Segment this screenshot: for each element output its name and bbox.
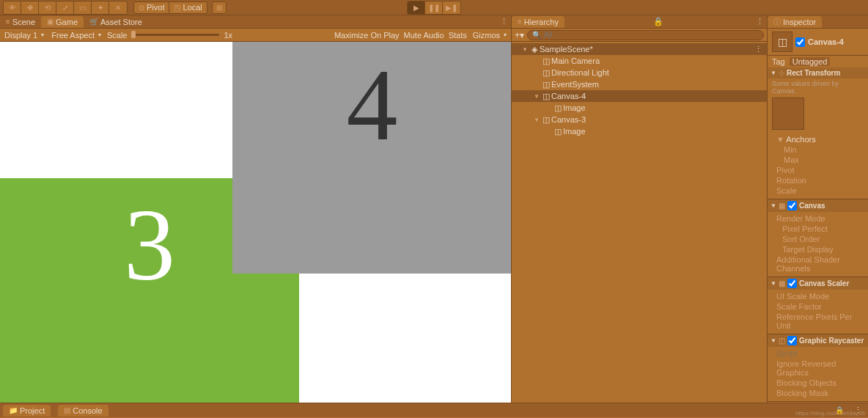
tree-row[interactable]: ◫Image — [512, 102, 767, 114]
transform-tools: 👁 ✥ ⟲ ⤢ ▭ ✦ ✕ — [3, 1, 128, 15]
enable-checkbox[interactable] — [787, 279, 797, 288]
rotate-tool[interactable]: ⟲ — [39, 1, 56, 14]
custom-tool[interactable]: ✕ — [109, 1, 127, 14]
gameobject-icon: ◫ — [541, 68, 551, 78]
pivot-group: ⊙Pivot ◳Local — [133, 1, 207, 14]
stats-toggle[interactable]: Stats — [449, 31, 467, 40]
tree-row[interactable]: ◫Main Camera — [512, 55, 767, 67]
move-tool[interactable]: ✥ — [21, 1, 39, 14]
mute-toggle[interactable]: Mute Audio — [404, 31, 444, 40]
bottom-panel: 📁Project ▤Console 🔒 ⋮ — [0, 403, 868, 417]
eye-icon: 👁 — [9, 4, 16, 12]
tab-asset-store[interactable]: 🛒Asset Store — [84, 16, 148, 28]
hierarchy-tree: ▼ ◈ SampleScene* ⋮ ◫Main Camera ◫Directi… — [512, 42, 767, 403]
game-panel-tabs: ≡Scene ▣Game 🛒Asset Store ⋮ — [0, 15, 511, 29]
rect-transform-component: ▼⊹Rect Transform Some values driven by C… — [768, 67, 868, 199]
canvas-component: ▼▦Canvas Render Mode Pixel Perfect Sort … — [768, 199, 868, 277]
hierarchy-toolbar: +▾ 🔍 — [512, 29, 767, 42]
pivot-icon: ⊙ — [139, 4, 144, 12]
play-controls: ▶ ❚❚ ▶❚ — [407, 1, 461, 15]
expand-arrow[interactable]: ▼ — [534, 117, 541, 123]
move-icon: ✥ — [27, 4, 33, 12]
gameobject-icon: ◫ — [541, 80, 551, 89]
scale-slider[interactable] — [131, 34, 219, 36]
rect-tool[interactable]: ▭ — [74, 1, 92, 14]
tab-scene[interactable]: ≡Scene — [0, 16, 41, 28]
game-panel: ≡Scene ▣Game 🛒Asset Store ⋮ Display 1 Fr… — [0, 15, 512, 403]
create-button[interactable]: +▾ — [515, 30, 524, 40]
hand-tool[interactable]: 👁 — [4, 1, 21, 14]
local-toggle[interactable]: ◳Local — [169, 1, 207, 14]
hierarchy-search[interactable]: 🔍 — [527, 30, 764, 40]
pivot-toggle[interactable]: ⊙Pivot — [133, 1, 169, 14]
expand-arrow[interactable]: ▼ — [522, 46, 529, 53]
tree-row[interactable]: ◫EventSystem — [512, 78, 767, 90]
enable-checkbox[interactable] — [787, 201, 797, 210]
maximize-toggle[interactable]: Maximize On Play — [334, 31, 400, 40]
tag-dropdown[interactable]: Untagged — [790, 57, 831, 66]
gameobject-icon: ◫ — [541, 56, 551, 66]
folder-icon: 📁 — [9, 406, 18, 414]
inspector-panel: ⓘInspector ◫ Canvas-4 Tag Untagged ▼⊹Rec… — [768, 15, 868, 403]
tree-row[interactable]: ◫Directional Light — [512, 67, 767, 78]
scale-icon: ⤢ — [62, 4, 68, 12]
step-button[interactable]: ▶❚ — [443, 1, 460, 14]
transform-tool[interactable]: ✦ — [92, 1, 109, 14]
watermark: https://blog.csdn.net/ljay06 — [795, 410, 865, 417]
tree-row-canvas4[interactable]: ▼◫Canvas-4 — [512, 90, 767, 102]
rect-icon: ▭ — [79, 4, 86, 12]
tab-console[interactable]: ▤Console — [58, 405, 108, 417]
gizmos-dropdown[interactable]: Gizmos — [471, 31, 508, 40]
pause-icon: ❚❚ — [428, 4, 440, 12]
enable-checkbox[interactable] — [787, 336, 797, 345]
component-header[interactable]: ▼▦Canvas Scaler — [768, 277, 868, 290]
step-icon: ▶❚ — [446, 4, 457, 12]
gameobject-icon: ◫ — [541, 92, 551, 101]
scale-tool[interactable]: ⤢ — [56, 1, 74, 14]
aspect-dropdown[interactable]: Free Aspect — [50, 31, 103, 40]
main-toolbar: 👁 ✥ ⟲ ⤢ ▭ ✦ ✕ ⊙Pivot ◳Local ⊞ ▶ ❚❚ ▶❚ — [0, 0, 868, 15]
graphic-raycaster-component: ▼◫Graphic Raycaster Script Ignore Revers… — [768, 334, 868, 402]
panel-menu[interactable]: ⋮ — [753, 17, 767, 26]
inspector-icon: ⓘ — [773, 17, 781, 27]
slider-thumb[interactable] — [131, 31, 136, 38]
local-icon: ◳ — [174, 4, 180, 12]
tab-hierarchy[interactable]: ≡Hierarchy — [512, 16, 564, 28]
scene-icon: ≡ — [6, 18, 10, 26]
object-icon: ◫ — [772, 32, 792, 52]
gameobject-icon: ◫ — [541, 115, 551, 125]
raycaster-icon: ◫ — [779, 337, 785, 345]
scale-label: Scale — [107, 31, 128, 40]
hierarchy-icon: ≡ — [518, 18, 522, 26]
tab-inspector[interactable]: ⓘInspector — [768, 16, 822, 28]
search-input[interactable] — [544, 31, 759, 39]
console-icon: ▤ — [64, 406, 70, 414]
tab-project[interactable]: 📁Project — [3, 405, 51, 417]
grid-icon: ⊞ — [216, 4, 222, 12]
panel-lock[interactable]: 🔒 — [650, 17, 666, 26]
tree-row[interactable]: ◫Image — [512, 125, 767, 137]
tab-game[interactable]: ▣Game — [41, 16, 84, 28]
play-button[interactable]: ▶ — [408, 1, 425, 14]
display-dropdown[interactable]: Display 1 — [3, 31, 45, 40]
hierarchy-panel: ≡Hierarchy 🔒 ⋮ +▾ 🔍 ▼ ◈ SampleScene* ⋮ ◫… — [512, 15, 768, 403]
gameobject-icon: ◫ — [553, 127, 563, 136]
component-header[interactable]: ▼▦Canvas — [768, 199, 868, 212]
active-checkbox[interactable] — [795, 37, 805, 47]
tools-icon: ✕ — [115, 4, 121, 12]
anchor-preset[interactable] — [772, 98, 804, 130]
component-header[interactable]: ▼⊹Rect Transform — [768, 67, 868, 78]
play-icon: ▶ — [413, 4, 419, 12]
rotate-icon: ⟲ — [45, 4, 51, 12]
component-header[interactable]: ▼◫Graphic Raycaster — [768, 334, 868, 347]
anchors-foldout[interactable]: ▼ Anchors — [776, 134, 864, 144]
scene-menu[interactable]: ⋮ — [754, 45, 762, 54]
expand-arrow[interactable]: ▼ — [534, 93, 541, 100]
tree-row-canvas3[interactable]: ▼◫Canvas-3 — [512, 114, 767, 125]
panel-menu[interactable]: ⋮ — [497, 17, 511, 26]
scene-row[interactable]: ▼ ◈ SampleScene* ⋮ — [512, 43, 767, 55]
store-icon: 🛒 — [89, 18, 98, 26]
tag-row: Tag Untagged — [768, 56, 868, 67]
snap-button[interactable]: ⊞ — [212, 1, 227, 14]
pause-button[interactable]: ❚❚ — [425, 1, 443, 14]
